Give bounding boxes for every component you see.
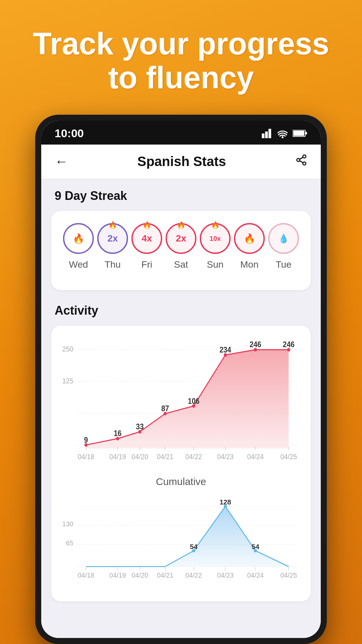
- hero-title: Track your progress to fluency: [0, 0, 362, 115]
- svg-text:246: 246: [283, 340, 295, 349]
- svg-text:234: 234: [220, 345, 231, 354]
- svg-text:04/21: 04/21: [157, 572, 174, 579]
- activity-title: Activity: [51, 304, 311, 318]
- svg-text:65: 65: [66, 539, 73, 547]
- wifi-icon: [277, 129, 289, 138]
- svg-text:04/24: 04/24: [247, 452, 264, 461]
- svg-line-11: [300, 157, 303, 159]
- svg-marker-0: [262, 133, 264, 138]
- svg-point-60: [224, 505, 227, 508]
- svg-text:04/24: 04/24: [247, 572, 264, 579]
- svg-point-33: [287, 348, 290, 352]
- page-title: Spanish Stats: [137, 154, 226, 169]
- sat-multiplier: 2x: [176, 233, 186, 244]
- svg-text:04/25: 04/25: [280, 452, 297, 461]
- day-item-sun: 🔥 10x Sun: [200, 223, 231, 270]
- streak-days: 🔥 Wed 🔥 2x Thu: [61, 223, 301, 270]
- svg-rect-6: [306, 132, 307, 135]
- cumulative-label: Cumulative: [61, 476, 301, 487]
- svg-rect-5: [293, 130, 304, 136]
- day-label-tue: Tue: [276, 259, 291, 270]
- svg-text:87: 87: [161, 404, 169, 413]
- chart1-container: 250 125: [61, 339, 301, 473]
- activity-section: Activity 250 125: [51, 304, 311, 601]
- activity-card: 250 125: [51, 326, 311, 601]
- day-label-thu: Thu: [105, 259, 121, 270]
- svg-point-27: [116, 437, 119, 441]
- phone-frame: 10:00 ← Spanish: [35, 115, 327, 644]
- svg-point-28: [138, 430, 141, 434]
- svg-text:04/23: 04/23: [217, 452, 234, 461]
- svg-text:04/18: 04/18: [78, 452, 95, 461]
- svg-marker-1: [265, 131, 268, 138]
- day-item-thu: 🔥 2x Thu: [97, 223, 128, 270]
- svg-point-32: [254, 348, 257, 352]
- streak-circle-sun: 🔥 10x: [200, 223, 231, 254]
- signal-icon: [262, 129, 273, 138]
- day-label-fri: Fri: [141, 259, 153, 270]
- thu-multiplier: 2x: [107, 233, 118, 244]
- streak-circle-wed: 🔥: [63, 223, 94, 254]
- day-label-mon: Mon: [240, 259, 258, 270]
- svg-text:04/23: 04/23: [217, 572, 234, 579]
- day-label-sun: Sun: [207, 259, 224, 270]
- status-bar: 10:00: [41, 121, 321, 145]
- svg-text:04/21: 04/21: [157, 452, 174, 461]
- svg-text:250: 250: [62, 345, 73, 353]
- svg-point-29: [164, 412, 167, 416]
- chart2-container: 130 65: [61, 494, 301, 595]
- day-label-wed: Wed: [69, 259, 88, 270]
- svg-point-59: [192, 549, 195, 552]
- day-label-sat: Sat: [174, 259, 188, 270]
- svg-point-3: [282, 137, 284, 138]
- svg-text:04/20: 04/20: [131, 452, 148, 461]
- svg-point-30: [192, 404, 195, 408]
- status-icons: [262, 129, 307, 138]
- svg-text:04/19: 04/19: [109, 452, 126, 461]
- svg-text:128: 128: [220, 498, 231, 506]
- streak-circle-mon: 🔥: [234, 223, 265, 254]
- fri-multiplier: 4x: [141, 233, 152, 244]
- svg-point-61: [254, 549, 257, 552]
- svg-text:04/18: 04/18: [78, 572, 95, 579]
- day-item-tue: 💧 Tue: [268, 223, 299, 270]
- svg-text:04/19: 04/19: [109, 572, 126, 579]
- svg-point-31: [224, 353, 227, 357]
- phone-screen: 10:00 ← Spanish: [41, 121, 321, 638]
- chart2-svg: 130 65: [61, 494, 301, 595]
- svg-text:125: 125: [62, 377, 73, 385]
- day-item-fri: 🔥 4x Fri: [131, 223, 162, 270]
- streak-card: 🔥 Wed 🔥 2x Thu: [51, 211, 311, 290]
- svg-text:106: 106: [188, 397, 199, 406]
- svg-text:04/25: 04/25: [280, 572, 297, 579]
- sun-multiplier: 10x: [209, 235, 221, 243]
- streak-circle-sat: 🔥 2x: [166, 223, 196, 254]
- svg-marker-2: [268, 129, 271, 138]
- svg-text:246: 246: [250, 340, 261, 349]
- share-button[interactable]: [295, 154, 307, 169]
- streak-circle-tue: 💧: [268, 223, 299, 254]
- status-time: 10:00: [55, 127, 84, 140]
- battery-icon: [293, 130, 307, 137]
- streak-circle-fri: 🔥 4x: [131, 223, 162, 254]
- streak-title: 9 Day Streak: [51, 189, 311, 203]
- svg-text:04/20: 04/20: [131, 572, 148, 579]
- svg-line-10: [300, 161, 303, 163]
- back-button[interactable]: ←: [55, 154, 68, 169]
- day-item-sat: 🔥 2x Sat: [166, 223, 196, 270]
- streak-circle-thu: 🔥 2x: [97, 223, 128, 254]
- svg-text:33: 33: [136, 423, 144, 431]
- content-area: 9 Day Streak 🔥 Wed 🔥 2x: [41, 179, 321, 638]
- day-item-wed: 🔥 Wed: [63, 223, 94, 270]
- svg-text:16: 16: [114, 429, 121, 438]
- svg-text:04/22: 04/22: [185, 572, 202, 579]
- svg-text:130: 130: [62, 521, 73, 528]
- chart1-svg: 250 125: [61, 339, 301, 473]
- svg-point-26: [84, 443, 87, 447]
- day-item-mon: 🔥 Mon: [234, 223, 265, 270]
- app-header: ← Spanish Stats: [41, 145, 321, 179]
- svg-text:04/22: 04/22: [185, 452, 202, 461]
